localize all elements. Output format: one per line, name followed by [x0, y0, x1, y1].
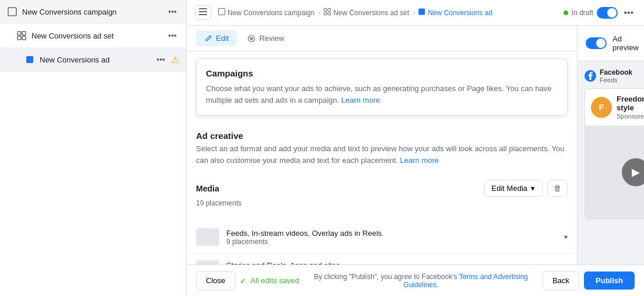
content-area: Edit Review Campaigns Choose what you wa…: [187, 26, 644, 264]
ad-preview-label: Ad preview: [612, 34, 639, 52]
media-header: Media Edit Media ▾ 🗑: [196, 180, 568, 197]
adset-icon: [16, 30, 27, 41]
svg-point-16: [251, 38, 252, 39]
svg-rect-6: [199, 8, 207, 9]
preview-placement-label: Feeds: [600, 76, 632, 83]
adset-actions: •••: [166, 30, 179, 41]
ad-icon: [24, 54, 35, 65]
svg-rect-8: [199, 14, 207, 15]
edit-media-button[interactable]: Edit Media ▾: [484, 180, 542, 197]
publish-text: By clicking "Publish", you agree to Face…: [304, 273, 538, 289]
campaign-actions: •••: [166, 6, 179, 18]
placement-count-feeds: 9 placements: [226, 238, 564, 246]
breadcrumb-campaign[interactable]: New Conversions campaign: [218, 8, 314, 17]
svg-rect-3: [18, 36, 21, 40]
preview-content: Facebook Feeds F Freedom style Sponsored: [578, 61, 644, 264]
breadcrumb-campaign-label: New Conversions campaign: [228, 9, 314, 17]
sidebar-toggle-button[interactable]: [195, 5, 211, 20]
ad-creative-title: Ad creative: [196, 123, 568, 143]
draft-toggle[interactable]: [597, 7, 618, 19]
breadcrumb-ad-label: New Conversions ad: [428, 9, 492, 17]
back-button[interactable]: Back: [542, 271, 579, 290]
status-badge: In draft •••: [564, 5, 636, 20]
svg-rect-14: [419, 9, 425, 15]
fb-preview-video: ▶: [585, 126, 644, 219]
breadcrumb-adset-label: New Conversions ad set: [333, 9, 409, 17]
campaign-more-button[interactable]: •••: [166, 6, 179, 18]
preview-header: Ad preview Share ▾ Advanced Preview: [578, 26, 644, 61]
svg-rect-5: [26, 56, 33, 63]
placement-name-feeds: Feeds, In-stream videos, Overlay ads in …: [226, 229, 564, 238]
campaign-icon: [7, 6, 18, 17]
svg-rect-4: [22, 36, 26, 40]
play-button-icon: ▶: [622, 158, 644, 186]
edit-tab[interactable]: Edit: [196, 30, 237, 46]
status-text: In draft: [572, 9, 593, 17]
media-actions: Edit Media ▾ 🗑: [484, 180, 568, 197]
saved-status: ✓ All edits saved: [240, 276, 299, 285]
svg-rect-9: [219, 9, 225, 15]
edit-tab-label: Edit: [216, 34, 229, 43]
adset-more-button[interactable]: •••: [166, 30, 179, 41]
sidebar-campaign-label: New Conversions campaign: [22, 8, 166, 16]
ad-more-button[interactable]: •••: [154, 54, 167, 65]
placement-item-feeds[interactable]: Feeds, In-stream videos, Overlay ads in …: [187, 221, 577, 253]
campaigns-popup-body: Choose what you want your ads to achieve…: [206, 83, 558, 106]
placement-thumb-stories: [196, 260, 219, 264]
ad-preview-toggle[interactable]: [586, 37, 607, 49]
saved-label: All edits saved: [250, 276, 299, 285]
sidebar-item-adset[interactable]: New Conversions ad set •••: [0, 24, 186, 48]
breadcrumb-sep-1: ›: [318, 9, 320, 17]
ad-creative-learn-more[interactable]: Learn more: [400, 156, 439, 165]
publish-button[interactable]: Publish: [584, 271, 635, 290]
facebook-logo-icon: [584, 70, 596, 82]
tab-bar: Edit Review: [187, 26, 577, 51]
sidebar-item-campaign[interactable]: New Conversions campaign •••: [0, 0, 186, 24]
svg-rect-7: [199, 11, 207, 12]
sidebar-ad-label: New Conversions ad: [40, 55, 154, 64]
bottom-bar: Close ✓ All edits saved By clicking "Pub…: [187, 264, 644, 296]
saved-check-icon: ✓: [240, 276, 247, 285]
delete-media-button[interactable]: 🗑: [547, 180, 568, 197]
fb-preview-header: F Freedom style Sponsored 🌐 ••• ✕: [585, 89, 644, 126]
warning-icon: ⚠: [171, 54, 179, 65]
header-more-button[interactable]: •••: [621, 5, 636, 20]
ad-actions: ••• ⚠: [154, 54, 179, 65]
breadcrumb-ad[interactable]: New Conversions ad: [418, 8, 492, 17]
review-tab-label: Review: [259, 34, 284, 43]
svg-rect-12: [324, 12, 327, 15]
close-button[interactable]: Close: [196, 271, 235, 290]
main-area: New Conversions campaign › New Conversio…: [187, 0, 644, 296]
media-label: Media: [196, 184, 219, 193]
media-section: Media Edit Media ▾ 🗑 19 placements: [187, 173, 577, 221]
advertiser-name: Freedom style: [617, 95, 644, 112]
placement-info-feeds: Feeds, In-stream videos, Overlay ads in …: [226, 229, 564, 246]
review-tab[interactable]: Review: [239, 30, 292, 46]
breadcrumb-sep-2: ›: [412, 9, 415, 17]
preview-panel: Ad preview Share ▾ Advanced Preview: [578, 26, 644, 264]
svg-rect-11: [328, 9, 331, 12]
fb-preview-card: F Freedom style Sponsored 🌐 ••• ✕: [584, 88, 644, 220]
preview-main: Facebook Feeds F Freedom style Sponsored: [578, 61, 644, 264]
media-placements-count: 19 placements: [196, 199, 568, 207]
placement-item-stories[interactable]: Stories and Reels, Apps and sites 7 plac…: [187, 253, 577, 264]
sidebar: New Conversions campaign ••• New Convers…: [0, 0, 187, 296]
edit-media-label: Edit Media: [492, 184, 527, 193]
campaigns-learn-more-link[interactable]: Learn more: [341, 96, 380, 105]
svg-rect-10: [324, 9, 327, 12]
edit-media-chevron: ▾: [531, 184, 535, 193]
preview-platform-label: Facebook: [600, 68, 632, 76]
status-dot: [564, 11, 568, 15]
svg-rect-1: [18, 32, 21, 35]
svg-rect-0: [8, 8, 16, 16]
placement-thumb-feeds: [196, 228, 219, 246]
sidebar-item-ad[interactable]: New Conversions ad ••• ⚠: [0, 48, 186, 72]
breadcrumb-adset[interactable]: New Conversions ad set: [324, 8, 409, 17]
campaigns-popup: Campaigns Choose what you want your ads …: [196, 58, 568, 116]
breadcrumb-adset-icon: [324, 8, 331, 17]
breadcrumb-bar: New Conversions campaign › New Conversio…: [187, 0, 644, 26]
form-panel: Edit Review Campaigns Choose what you wa…: [187, 26, 578, 264]
ad-creative-section: Ad creative Select an ad format and add …: [187, 123, 577, 173]
feeds-chevron-icon: ▾: [564, 233, 568, 241]
ad-creative-subtitle: Select an ad format and add your media a…: [196, 143, 568, 166]
